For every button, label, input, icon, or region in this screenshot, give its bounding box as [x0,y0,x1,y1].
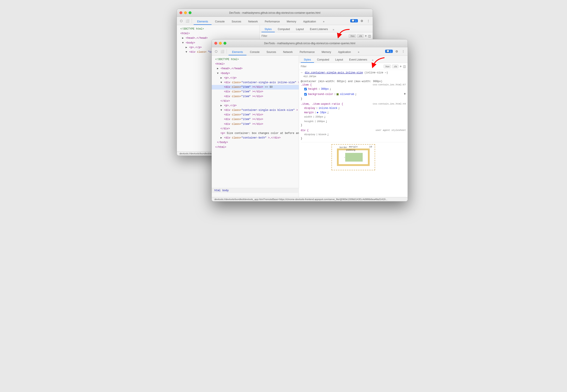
close-button-1[interactable] [179,11,182,14]
element-link-2[interactable]: div.container-single-axis.inline-size [305,71,363,74]
subtab-layout-2[interactable]: Layout [332,57,346,63]
html-line[interactable]: </html> [212,145,299,150]
html-line[interactable]: ▶ <head>…</head> [212,66,299,71]
traffic-lights-1[interactable] [179,11,192,14]
height-checkbox[interactable] [304,88,307,90]
toolbar-2: ⬡ ⬜ Elements Console Sources Network Per… [212,47,408,56]
tab-more-1[interactable]: » [319,19,328,25]
menu-icon-2[interactable]: ⋮ [401,49,406,54]
title-bar-1: DevTools - mathiasbynens.github.io/css-d… [177,9,373,17]
tab-network-2[interactable]: Network [280,49,296,55]
add-style-2[interactable]: + [400,64,402,68]
box-padding: padding [345,153,363,162]
maximize-button-2[interactable] [224,42,226,45]
breadcrumb-html[interactable]: html [214,189,221,192]
tab-memory-2[interactable]: Memory [318,49,335,55]
style-prop-height2: height : 200px ; [301,119,406,124]
tab-memory-1[interactable]: Memory [283,19,300,25]
settings-icon-1[interactable]: ⚙ [359,18,364,24]
html-panel-2[interactable]: <!DOCTYPE html> <html> ▶ <head>…</head> … [212,56,299,197]
messages-badge-2[interactable]: 💬 1 [385,50,393,53]
html-line[interactable]: </div> [212,126,299,131]
minimize-button-2[interactable] [219,42,222,45]
html-line[interactable]: </body> [212,140,299,145]
tab-elements-1[interactable]: Elements [194,19,211,25]
subtab-layout-1[interactable]: Layout [293,27,307,32]
html-line[interactable]: <html> [177,31,259,36]
add-style[interactable]: + [365,34,367,38]
menu-icon-1[interactable]: ⋮ [366,18,371,24]
add-property-btn[interactable]: + [404,91,406,97]
html-line[interactable]: <html> [212,62,299,66]
toggle-styles[interactable]: ◫ [368,34,371,38]
main-tabs-1: Elements Console Sources Network Perform… [194,17,328,25]
styles-content-2[interactable]: → div.container-single-axis.inline-size … [299,70,408,197]
tab-elements-2[interactable]: Elements [228,49,246,55]
bgcolor-checkbox[interactable] [304,93,307,96]
toolbar-right-2: 💬 1 ⚙ ⋮ [385,49,406,54]
messages-badge-1[interactable]: 💬 1 [350,19,358,22]
close-button-2[interactable] [214,42,217,45]
tab-console-1[interactable]: Console [211,19,228,25]
color-swatch [337,93,339,95]
breadcrumb-body[interactable]: body [223,189,229,192]
toggle-styles-2[interactable]: ◫ [403,65,406,68]
html-line[interactable]: </div> [212,99,299,103]
html-line[interactable]: <div class="item" ></div> [212,112,299,117]
subtab-computed-1[interactable]: Computed [275,27,293,32]
tab-performance-1[interactable]: Performance [261,19,283,25]
html-line[interactable]: ▼ <body> [212,71,299,76]
container-query-2: @container (min-width: 601px) and (max-w… [301,80,406,83]
filter-input-1[interactable] [261,34,346,38]
html-line[interactable]: <p> Size container: box changes color at… [212,131,299,136]
tab-more-2[interactable]: » [354,49,363,55]
toolbar-1: ⬡ ⬜ Elements Console Sources Network Per… [177,17,373,25]
subtab-styles-1[interactable]: Styles [261,27,275,32]
html-line[interactable]: ▶ <p>…</p> [212,103,299,108]
html-line[interactable]: <!DOCTYPE html> [212,57,299,62]
html-line[interactable]: ▼ <div class="container-single-axis bloc… [212,108,299,112]
traffic-lights-2[interactable] [214,42,226,45]
tab-performance-2[interactable]: Performance [296,49,318,55]
inspect-icon[interactable]: ⬜ [185,18,190,24]
element-info-2: → div.container-single-axis.inline-size … [301,71,406,74]
sub-tabs-1: Styles Computed Layout Event Listeners » [260,25,373,32]
subtab-event-listeners-2[interactable]: Event Listeners [346,57,370,63]
html-line[interactable]: ▼ <div class="container-single-axis inli… [212,80,299,85]
html-line[interactable]: <div class="item" ></div> [212,117,299,122]
tab-console-2[interactable]: Console [246,49,263,55]
cls-filter[interactable]: .cls [357,34,364,38]
subtab-styles-2[interactable]: Styles [301,57,314,63]
minimize-button-1[interactable] [184,11,187,14]
rule3-close: } [301,137,406,140]
html-line-selected[interactable]: <div class="item" ></div> == $0 [212,85,299,89]
rule3-source: user agent stylesheet [375,129,406,132]
tab-application-2[interactable]: Application [335,49,354,55]
subtab-computed-2[interactable]: Computed [314,57,332,63]
bottom-url-2: devtools://devtools/bundled/devtools_app… [214,198,388,201]
subtab-event-listeners-1[interactable]: Event Listeners [307,27,331,32]
settings-icon-2[interactable]: ⚙ [394,49,399,54]
cls-filter-2[interactable]: .cls [392,65,398,68]
rule1-close: } [301,97,406,100]
html-line[interactable]: <div class="item" ></div> [212,122,299,126]
element-dimension: 412.297px [301,75,406,78]
filter-bar-2: :hov .cls + ◫ [299,63,408,70]
filter-input-2[interactable] [301,65,381,68]
cursor-icon-2[interactable]: ⬡ [213,49,219,54]
style-rule-container: @container (min-width: 601px) and (max-w… [301,80,406,100]
tab-sources-2[interactable]: Sources [263,49,280,55]
tab-sources-1[interactable]: Sources [228,19,245,25]
html-line[interactable]: ▶ <div class="container-both" >…</div> [212,136,299,140]
window-title-2: DevTools - mathiasbynens.github.io/css-d… [264,42,355,45]
html-line[interactable]: <div class="item" ></div> [212,94,299,99]
html-line[interactable]: <!DOCTYPE html> [177,27,259,31]
html-line[interactable]: <div class="item" ></div> [212,89,299,94]
tab-application-1[interactable]: Application [300,19,319,25]
cursor-icon[interactable]: ⬡ [179,18,184,24]
html-line[interactable]: ▶ <p>…</p> [212,76,299,80]
maximize-button-1[interactable] [189,11,192,14]
rule3-header: div { user agent stylesheet [301,129,406,132]
inspect-icon-2[interactable]: ⬜ [220,49,225,54]
tab-network-1[interactable]: Network [245,19,261,25]
